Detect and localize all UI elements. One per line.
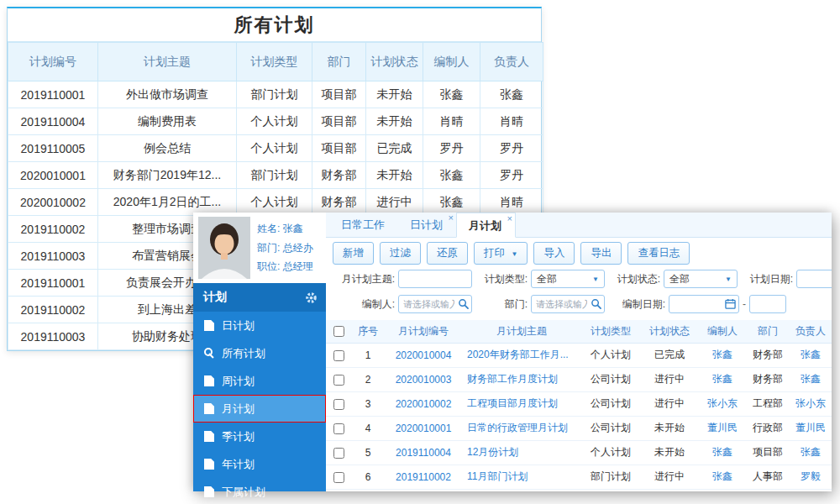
table-row[interactable]: 4 2020010001 日常的行政管理月计划 公司计划 未开始 董川民 行政部…	[326, 416, 832, 440]
plan-id-link[interactable]: 2020010002	[385, 391, 462, 416]
search-icon[interactable]	[458, 298, 469, 309]
header-row: 计划编号计划主题计划类型部门计划状态编制人负责人	[8, 43, 543, 81]
plan-id-link[interactable]: 2019110002	[385, 465, 462, 489]
dept-cell: 财务部	[746, 367, 790, 391]
sidebar-item[interactable]: 所有计划	[193, 339, 326, 367]
plan-status-cell: 未开始	[640, 440, 699, 465]
owner-link[interactable]: 罗毅	[790, 465, 832, 489]
toolbar-button-label: 新增	[343, 247, 364, 259]
compile-date-filter-label: 编制日期:	[612, 297, 665, 312]
plan-date-filter-input[interactable]	[796, 270, 832, 288]
select-all-checkbox[interactable]	[333, 326, 344, 337]
table-row[interactable]: 2 2020010003 财务部工作月度计划 公司计划 进行中 张鑫 财务部 张…	[326, 367, 832, 391]
plan-date-filter-label: 计划日期:	[744, 272, 793, 286]
table-row[interactable]: 5 2019110004 12月份计划 个人计划 未开始 张鑫 项目部 张鑫	[326, 440, 832, 465]
sidebar-item[interactable]: 月计划	[193, 395, 326, 423]
plan-id-link[interactable]: 2019110004	[385, 440, 462, 465]
compiler-link[interactable]: 张鑫	[699, 367, 746, 391]
table-row[interactable]: 2019110001 外出做市场调查 部门计划 项目部 未开始 张鑫 张鑫	[8, 81, 543, 108]
table-row[interactable]: 3 2020010002 工程项目部月度计划 公司计划 进行中 张小东 工程部 …	[326, 391, 832, 416]
sidebar-item[interactable]: 年计划	[193, 450, 326, 478]
close-icon[interactable]: ×	[449, 213, 454, 223]
plan-status-cell: 已完成	[366, 135, 423, 162]
calendar-icon[interactable]	[725, 298, 736, 309]
compiler-link[interactable]: 张鑫	[699, 343, 746, 367]
row-checkbox[interactable]	[333, 399, 344, 410]
plan-owner-cell: 罗丹	[480, 135, 543, 162]
table-row[interactable]: 2019110004 编制费用表 个人计划 项目部 未开始 肖晴 肖晴	[8, 108, 543, 135]
plan-dept-cell: 财务部	[312, 162, 366, 189]
close-icon[interactable]: ×	[507, 214, 512, 223]
plan-subject-link[interactable]: 11月部门计划	[462, 465, 581, 489]
owner-link[interactable]: 张鑫	[790, 440, 832, 465]
toolbar-button[interactable]: 新增	[333, 242, 374, 265]
plan-id-link[interactable]: 2020010004	[385, 343, 462, 367]
profile-name: 姓名: 张鑫	[257, 222, 313, 236]
plan-dept-cell: 项目部	[312, 108, 366, 135]
sidebar-item-label: 所有计划	[222, 346, 265, 361]
compiler-link[interactable]: 张小东	[699, 391, 746, 416]
row-checkbox-cell	[326, 367, 351, 391]
toolbar-button[interactable]: 导入	[533, 242, 575, 265]
tab[interactable]: 日计划 ×	[398, 213, 456, 237]
plan-app-window: 姓名: 张鑫 部门: 总经办 职位: 总经理 计划	[193, 213, 832, 491]
owner-link[interactable]: 张鑫	[790, 343, 832, 367]
row-checkbox[interactable]	[333, 472, 344, 483]
toolbar-button[interactable]: 还原	[427, 242, 468, 265]
sidebar-item[interactable]: 周计划	[193, 367, 326, 395]
plan-subject-link[interactable]: 2020年财务部工作月...	[462, 343, 581, 367]
sidebar-header: 计划	[193, 283, 326, 312]
toolbar-button[interactable]: 过滤	[380, 242, 421, 265]
type-filter-select[interactable]: 全部 ▼	[531, 270, 605, 288]
status-filter-select[interactable]: 全部 ▼	[664, 270, 738, 288]
row-checkbox[interactable]	[333, 423, 344, 434]
sidebar-title: 计划	[203, 290, 227, 305]
plan-subject-link[interactable]: 财务部工作月度计划	[462, 367, 581, 391]
dept-cell: 行政部	[746, 416, 790, 440]
plan-dept-cell: 财务部	[312, 189, 366, 216]
plan-type-cell: 公司计划	[581, 367, 640, 391]
tab[interactable]: 日常工作	[329, 213, 398, 237]
plan-id-cell: 2019110001	[8, 270, 98, 297]
sidebar-item[interactable]: 季计划	[193, 423, 326, 450]
select-all-checkbox-cell	[326, 320, 351, 343]
plan-subject-link[interactable]: 工程项目部月度计划	[462, 391, 581, 416]
panel-title: 所有计划	[8, 8, 541, 42]
sidebar-item-label: 周计划	[222, 374, 255, 389]
plan-id-cell: 2019110003	[8, 243, 98, 270]
plan-id-link[interactable]: 2020010003	[385, 367, 462, 391]
file-icon	[204, 375, 214, 386]
compile-date-end-input[interactable]	[749, 295, 786, 313]
toolbar-button[interactable]: 查看日志	[627, 242, 690, 265]
compiler-link[interactable]: 张鑫	[699, 440, 746, 465]
plan-subject-link[interactable]: 12月份计划	[462, 440, 581, 465]
table-row[interactable]: 2019110005 例会总结 个人计划 项目部 已完成 罗丹 罗丹	[8, 135, 543, 162]
row-checkbox[interactable]	[333, 350, 344, 361]
tab[interactable]: 月计划 ×	[456, 213, 516, 238]
table-row[interactable]: 2020010002 2020年1月2日的工... 个人计划 财务部 进行中 张…	[8, 189, 543, 216]
sidebar-item[interactable]: 下属计划	[193, 478, 326, 504]
plan-compiler-cell: 肖晴	[423, 108, 480, 135]
compiler-link[interactable]: 张鑫	[699, 465, 746, 489]
plan-id-link[interactable]: 2020010001	[385, 416, 462, 440]
toolbar-button[interactable]: 打印 ▼	[474, 242, 528, 265]
sidebar-item[interactable]: 日计划	[193, 312, 326, 339]
plan-id-cell: 2019110002	[8, 297, 98, 323]
owner-link[interactable]: 张小东	[790, 391, 832, 416]
compiler-link[interactable]: 董川民	[699, 416, 746, 440]
owner-link[interactable]: 张鑫	[790, 367, 832, 391]
toolbar-button[interactable]: 导出	[580, 242, 622, 265]
gear-icon[interactable]	[305, 291, 318, 304]
column-header: 计划类型	[581, 320, 640, 343]
table-row[interactable]: 6 2019110002 11月部门计划 部门计划 进行中 张鑫 人事部 罗毅	[326, 465, 832, 489]
search-icon[interactable]	[591, 298, 601, 309]
table-row[interactable]: 2020010001 财务部门2019年12... 部门计划 财务部 未开始 张…	[8, 162, 543, 189]
file-icon	[204, 486, 214, 497]
owner-link[interactable]: 董川民	[790, 416, 832, 440]
row-checkbox[interactable]	[333, 375, 344, 386]
table-row[interactable]: 1 2020010004 2020年财务部工作月... 个人计划 已完成 张鑫 …	[326, 343, 832, 367]
subject-filter-input[interactable]	[398, 270, 472, 288]
plan-subject-link[interactable]: 日常的行政管理月计划	[462, 416, 581, 440]
row-checkbox[interactable]	[333, 448, 344, 459]
column-header: 计划主题	[98, 43, 237, 81]
